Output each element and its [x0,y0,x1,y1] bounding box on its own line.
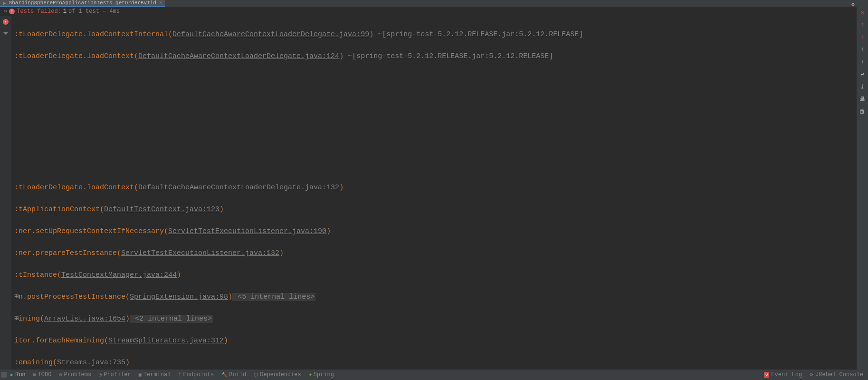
todo-label: TODO [38,371,52,378]
source-link[interactable]: DefaultCacheAwareContextLoaderDelegate.j… [138,52,339,60]
tab-active[interactable]: ▶ ShardingSphereProApplicationTests.getO… [0,0,165,7]
profiler-label: Profiler [104,371,131,378]
spring-label: Spring [314,371,334,378]
trash-icon[interactable]: 🗑 [858,107,866,115]
play-icon: ▶ [10,372,13,378]
source-link[interactable]: ArrayList.java:1654 [44,315,125,323]
jrebel-console-button[interactable]: ⟳JRebel Console [806,370,867,380]
code-text: itor.forEachRemaining( [14,337,108,345]
code-text: :tLoaderDelegate.loadContext( [14,52,138,60]
dependencies-label: Dependencies [260,371,301,378]
fold-label[interactable]: <2 internal lines> [130,315,213,323]
profiler-icon: ◔ [99,372,102,378]
console-output[interactable]: :tLoaderDelegate.loadContextInternal(Def… [11,16,868,370]
soft-wrap-icon[interactable]: ↩ [858,70,866,78]
code-text: ) ~[spring-test-5.2.12.RELEASE.jar:5.2.1… [339,52,553,60]
source-link[interactable]: TestContextManager.java:244 [61,271,177,279]
code-text: ) [339,184,343,192]
error-badge-icon[interactable]: ! [3,19,9,25]
code-text: ining( [19,315,44,323]
code-text: n.postProcessTestInstance( [19,293,130,301]
code-text: :tLoaderDelegate.loadContext( [14,184,138,192]
build-label: Build [229,371,246,378]
endpoints-label: Endpoints [183,371,214,378]
source-link[interactable]: StreamSpliterators.java:312 [108,337,224,345]
print-icon[interactable]: 🖶 [858,95,866,103]
down-icon[interactable]: ↓ [858,58,866,66]
collapse-icon[interactable]: » [4,8,7,15]
left-gutter: ! [0,16,11,370]
code-text: ) [177,271,181,279]
source-link[interactable]: Streams.java:735 [57,359,125,367]
jrebel-label: JRebel Console [815,371,863,378]
terminal-icon: ▣ [139,372,142,378]
code-text: :emaining( [14,359,57,367]
event-count-badge: 6 [764,372,769,378]
dependencies-tool-button[interactable]: ⬡Dependencies [250,370,305,380]
run-tool-button[interactable]: ▶Run [7,370,29,380]
run-label: Run [15,371,26,378]
problems-icon: ⊘ [59,372,62,378]
todo-tool-button[interactable]: ≡TODO [29,370,56,380]
code-text: ) ~[spring-test-5.2.12.RELEASE.jar:5.2.1… [369,30,583,39]
endpoints-tool-button[interactable]: ᛘEndpoints [174,370,218,380]
test-status-bar: » ! Tests failed: 1 of 1 test – 4ms [0,7,868,16]
fold-icon[interactable]: ⊞ [14,315,19,323]
up-icon[interactable]: ↑ [858,46,866,53]
endpoints-icon: ᛘ [178,372,181,378]
build-tool-button[interactable]: 🔨Build [218,370,250,380]
source-link[interactable]: DefaultCacheAwareContextLoaderDelegate.j… [172,30,369,39]
code-text: ) [125,359,130,367]
code-text: ) [224,337,228,345]
build-icon: 🔨 [221,372,227,378]
close-icon[interactable]: × [159,0,162,6]
run-icon: ▶ [3,0,6,6]
terminal-tool-button[interactable]: ▣Terminal [135,370,175,380]
source-link[interactable]: ServletTestExecutionListener.java:132 [121,249,279,257]
fold-label[interactable]: <5 internal lines> [232,293,315,301]
code-text: :ner.setUpRequestContextIfNecessary( [14,227,168,235]
code-text: ) [125,315,130,323]
problems-label: Problems [64,371,92,378]
code-text: :tInstance( [14,271,61,279]
dependencies-icon: ⬡ [254,372,258,378]
code-text: :ner.prepareTestInstance( [14,249,121,257]
jrebel-icon: ⟳ [810,372,813,378]
source-link[interactable]: DefaultCacheAwareContextLoaderDelegate.j… [138,184,339,192]
scroll-to-end-icon[interactable]: ⤓ [858,83,866,90]
prev-error-icon[interactable]: ↑ [858,21,866,29]
source-link[interactable]: DefaultTestContext.java:123 [104,205,219,214]
error-dot-icon: ! [9,9,15,14]
tests-of-label: of 1 test – 4ms [68,8,120,15]
code-text: :tLoaderDelegate.loadContextInternal( [14,30,172,39]
source-link[interactable]: ServletTestExecutionListener.java:190 [168,227,326,235]
code-text: ) [219,205,224,214]
bottom-tool-bar: ▶Run ≡TODO ⊘Problems ◔Profiler ▣Terminal… [0,370,868,380]
chevron-down-icon[interactable] [3,32,8,37]
tests-failed-count: 1 [63,8,67,15]
fold-icon[interactable]: ⊞ [14,293,19,301]
problems-tool-button[interactable]: ⊘Problems [55,370,95,380]
tab-bar: ▶ ShardingSphereProApplicationTests.getO… [0,0,868,7]
todo-icon: ≡ [33,372,36,378]
code-text: ) [326,227,331,235]
source-link[interactable]: SpringExtension.java:98 [130,293,228,301]
tool-window-toggle[interactable] [1,372,7,378]
code-text: :tApplicationContext( [14,205,104,214]
right-toolbar: ✕ ↑ ↓ ↑ ↓ ↩ ⤓ 🖶 🗑 [857,7,868,370]
event-log-button[interactable]: 6Event Log [760,370,806,380]
spring-icon: ❀ [309,372,312,378]
code-text: ) [279,249,284,257]
terminal-label: Terminal [143,371,171,378]
profiler-tool-button[interactable]: ◔Profiler [95,370,135,380]
close-icon[interactable]: ✕ [858,9,866,16]
event-log-label: Event Log [771,371,802,378]
gear-icon[interactable]: ⚙ [851,1,855,8]
tab-title: ShardingSphereProApplicationTests.getOrd… [9,0,156,6]
code-text: ) [228,293,232,301]
tests-failed-label: Tests failed: [17,8,61,15]
next-error-icon[interactable]: ↓ [858,33,866,41]
spring-tool-button[interactable]: ❀Spring [305,370,338,380]
